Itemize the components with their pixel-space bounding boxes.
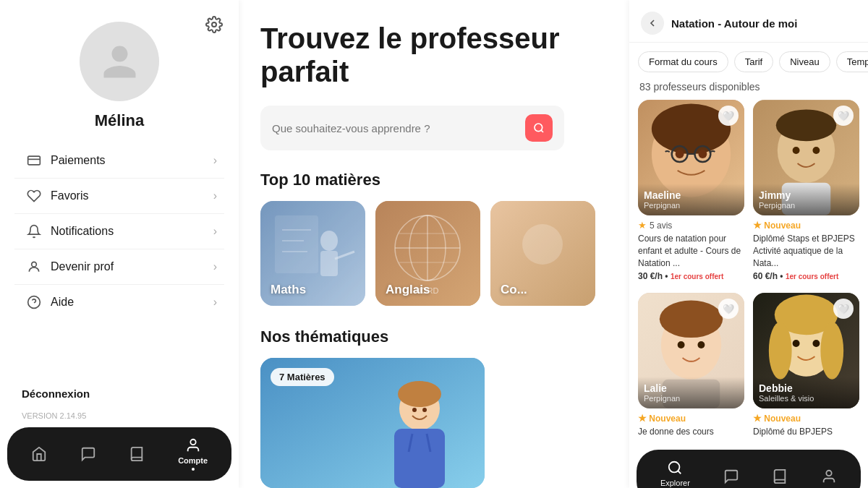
teacher-icon (22, 260, 46, 274)
right-nav-chat[interactable] (723, 468, 739, 484)
prof-desc-jimmy: Diplômé Staps et BPJEPS Activité aquatiq… (753, 233, 859, 269)
right-bottom-nav: Explorer (637, 450, 861, 488)
search-input[interactable] (272, 122, 525, 134)
svg-point-42 (698, 150, 707, 158)
right-nav-book[interactable] (772, 468, 788, 484)
prof-card-image-lalie[interactable]: Lalie Perpignan 🤍 (638, 293, 744, 408)
svg-point-54 (660, 301, 723, 338)
svg-point-63 (793, 340, 800, 347)
star-icon-debbie: ★ (753, 413, 762, 424)
star-icon-jimmy: ★ (753, 220, 762, 231)
prof-reviews-maeline: 5 avis (650, 221, 672, 231)
right-nav-explorer-label: Explorer (660, 479, 690, 487)
prof-info-maeline: ★ 5 avis Cours de natation pour enfant e… (638, 215, 744, 284)
svg-point-61 (769, 322, 792, 380)
svg-point-50 (812, 147, 820, 154)
svg-rect-1 (28, 156, 41, 165)
prof-card-lalie: Lalie Perpignan 🤍 ★ Nouveau Je donne des… (638, 293, 744, 441)
nav-book[interactable] (129, 446, 145, 462)
svg-point-55 (678, 341, 685, 348)
right-nav-explorer[interactable]: Explorer (660, 460, 690, 488)
prof-city-jimmy: Perpignan (759, 201, 854, 210)
filter-temp[interactable]: Temp (836, 51, 868, 72)
prof-new-badge-lalie: ★ Nouveau (638, 413, 744, 424)
avatar (80, 22, 159, 101)
logout-button[interactable]: Déconnexion (0, 379, 239, 408)
main-title: Trouvez le professeur parfait (260, 22, 608, 88)
svg-point-33 (412, 408, 417, 412)
svg-point-65 (669, 462, 680, 473)
filter-niveau[interactable]: Niveau (779, 51, 830, 72)
prof-card-image-maeline[interactable]: Maeline Perpignan 🤍 (638, 100, 744, 215)
prof-name-maeline: Maeline (644, 189, 739, 201)
nav-compte[interactable]: Compte (178, 437, 208, 471)
sidebar-menu: Paiements › Favoris › Notifications › (0, 143, 239, 379)
prof-rating-maeline: ★ 5 avis (638, 220, 744, 231)
svg-point-6 (190, 440, 195, 445)
svg-point-49 (793, 147, 800, 154)
nav-chat[interactable] (80, 446, 96, 462)
prof-city-debbie: Saleilles & visio (759, 394, 854, 403)
right-panel: Natation - Autour de moi Format du cours… (629, 0, 868, 488)
thematiques-title: Nos thématiques (260, 328, 608, 346)
svg-rect-30 (394, 429, 445, 488)
card-icon (22, 153, 46, 168)
professors-count: 83 professeurs disponibles (629, 78, 868, 100)
prof-card-image-jimmy[interactable]: Jimmy Perpignan 🤍 (753, 100, 859, 215)
prof-price-maeline: 30 €/h • 1er cours offert (638, 271, 744, 281)
other-label: Co... (501, 283, 527, 297)
sidebar: Mélina Paiements › Favoris › (0, 0, 239, 488)
prof-city-maeline: Perpignan (644, 201, 739, 210)
svg-point-7 (535, 124, 542, 132)
prof-overlay-debbie: Debbie Saleilles & visio (753, 377, 859, 408)
bell-icon (22, 224, 46, 239)
prof-new-badge-jimmy: ★ Nouveau (753, 220, 859, 231)
chevron-right-icon: › (213, 296, 217, 309)
prof-name-debbie: Debbie (759, 382, 854, 394)
sidebar-item-aide[interactable]: Aide › (14, 285, 224, 320)
filter-format[interactable]: Format du cours (638, 51, 728, 72)
svg-point-10 (320, 231, 338, 251)
prof-overlay-maeline: Maeline Perpignan (638, 184, 744, 215)
svg-line-8 (541, 130, 543, 132)
thematique-card[interactable]: 7 Matières (260, 358, 485, 488)
svg-point-67 (826, 471, 831, 476)
chevron-right-icon: › (213, 260, 217, 273)
star-icon-lalie: ★ (638, 413, 647, 424)
subject-card-anglais[interactable]: NORD Anglais (375, 201, 480, 306)
filter-tarif[interactable]: Tarif (734, 51, 774, 72)
prof-info-debbie: ★ Nouveau Diplômé du BPJEPS (753, 408, 859, 441)
svg-point-0 (212, 22, 216, 27)
prof-info-lalie: ★ Nouveau Je donne des cours (638, 408, 744, 441)
devenir-prof-label: Devenir prof (51, 260, 213, 273)
top-subjects-title: Top 10 matières (260, 171, 608, 189)
sidebar-item-paiements[interactable]: Paiements › (14, 143, 224, 179)
prof-desc-lalie: Je donne des cours (638, 426, 744, 438)
sidebar-item-notifications[interactable]: Notifications › (14, 214, 224, 249)
sidebar-item-favoris[interactable]: Favoris › (14, 179, 224, 214)
prof-city-lalie: Perpignan (644, 394, 739, 403)
professors-grid: Maeline Perpignan 🤍 ★ 5 avis Cours de na… (629, 100, 868, 450)
price-offer-jimmy: 1er cours offert (786, 273, 838, 281)
prof-name-jimmy: Jimmy (759, 189, 854, 201)
nav-compte-label: Compte (178, 456, 208, 465)
sidebar-item-devenir-prof[interactable]: Devenir prof › (14, 249, 224, 285)
prof-heart-jimmy[interactable]: 🤍 (833, 106, 854, 126)
main-content: Trouvez le professeur parfait Top 10 mat… (239, 0, 629, 488)
prof-card-image-debbie[interactable]: Debbie Saleilles & visio 🤍 (753, 293, 859, 408)
heart-icon (22, 189, 46, 203)
back-button[interactable] (641, 12, 664, 35)
prof-name-lalie: Lalie (644, 382, 739, 394)
chevron-right-icon: › (213, 154, 217, 167)
prof-new-badge-debbie: ★ Nouveau (753, 413, 859, 424)
subject-card-maths[interactable]: Maths (260, 201, 365, 306)
prof-heart-maeline[interactable]: 🤍 (718, 106, 739, 126)
prof-desc-maeline: Cours de natation pour enfant et adulte … (638, 233, 744, 269)
search-bar (260, 106, 564, 150)
search-button[interactable] (525, 114, 553, 142)
gear-icon[interactable] (205, 16, 223, 36)
help-icon (22, 295, 46, 309)
right-nav-account[interactable] (821, 468, 837, 484)
subject-card-other[interactable]: Co... (490, 201, 595, 306)
nav-home[interactable] (31, 446, 47, 462)
